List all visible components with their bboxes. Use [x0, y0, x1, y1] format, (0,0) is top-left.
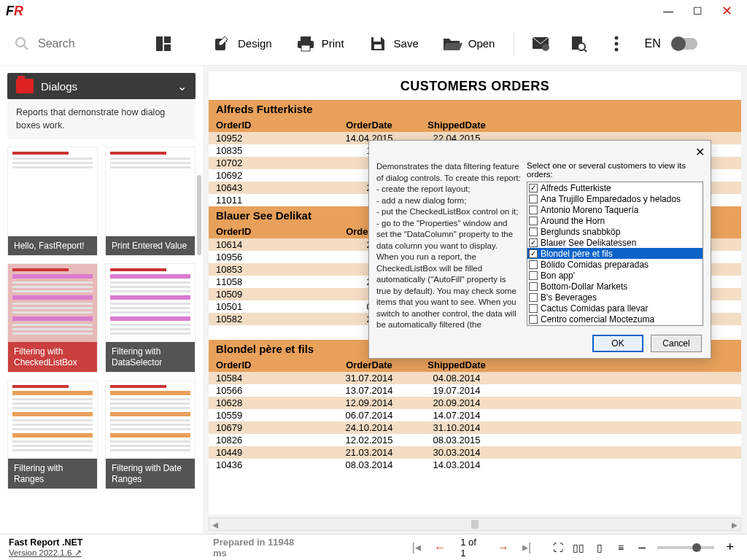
- report-thumbnail[interactable]: Filtering with CheckedListBox: [7, 263, 98, 373]
- checkbox-icon[interactable]: [529, 271, 538, 280]
- theme-switch[interactable]: [671, 38, 697, 50]
- zoom-slider[interactable]: [657, 546, 714, 549]
- svg-rect-6: [301, 36, 311, 41]
- table-row: 1055906.07.201414.07.2014: [209, 409, 741, 421]
- customer-group-header: Alfreds Futterkiste: [209, 100, 741, 118]
- svg-rect-9: [374, 37, 381, 42]
- table-header-row: OrderIDOrderDateShippedDate: [209, 358, 741, 372]
- design-icon: [212, 34, 232, 54]
- checkbox-icon[interactable]: [529, 304, 538, 313]
- status-bar: Fast Report .NET Version 2022.1.6 ↗ Prep…: [0, 534, 747, 560]
- maximize-button[interactable]: ☐: [683, 0, 712, 22]
- checkbox-icon[interactable]: ✓: [529, 249, 538, 258]
- last-page-button[interactable]: ▸|: [519, 540, 534, 556]
- table-row: 1058431.07.201404.08.2014: [209, 372, 741, 384]
- checklist-item[interactable]: Antonio Moreno Taquería: [527, 204, 703, 215]
- checkbox-icon[interactable]: [529, 206, 538, 214]
- thumbnail-label: Print Entered Value: [106, 236, 195, 255]
- app-logo: FR: [6, 4, 23, 19]
- save-icon: [368, 34, 388, 54]
- customer-checklist[interactable]: ✓Alfreds FutterkisteAna Trujillo Empared…: [527, 182, 703, 326]
- checklist-item[interactable]: Berglunds snabbköp: [527, 226, 703, 237]
- checklist-item[interactable]: ✓Blauer See Delikatessen: [527, 237, 703, 248]
- thumbnail-label: Hello, FastReport!: [8, 236, 97, 255]
- design-button[interactable]: Design: [201, 29, 282, 58]
- checklist-item[interactable]: Cactus Comidas para llevar: [527, 303, 703, 314]
- view-one-icon[interactable]: ▯: [594, 541, 606, 554]
- checkbox-icon[interactable]: [529, 293, 538, 302]
- save-button[interactable]: Save: [357, 29, 429, 58]
- search-input[interactable]: [38, 37, 133, 50]
- titlebar: FR — ☐ ✕: [0, 0, 747, 22]
- report-thumbnail[interactable]: Filtering with Ranges: [7, 380, 98, 489]
- checkbox-icon[interactable]: [529, 217, 538, 225]
- language-button[interactable]: EN: [637, 37, 667, 50]
- checklist-item[interactable]: Bon app': [527, 270, 703, 281]
- svg-rect-4: [164, 44, 171, 51]
- cancel-button[interactable]: Cancel: [651, 335, 702, 352]
- sidebar-scrollbar[interactable]: [197, 175, 201, 255]
- open-button[interactable]: Open: [432, 29, 506, 58]
- checklist-item[interactable]: ✓Alfreds Futterkiste: [527, 182, 703, 193]
- checklist-item-label: Centro comercial Moctezuma: [541, 314, 654, 324]
- report-thumbnail[interactable]: Filtering with DataSelector: [105, 263, 196, 373]
- view-list-icon[interactable]: ≡: [615, 541, 627, 554]
- prev-page-button[interactable]: ←: [433, 540, 447, 556]
- checklist-item-label: Bólido Comidas preparadas: [541, 260, 649, 270]
- checklist-item[interactable]: Bólido Comidas preparadas: [527, 259, 703, 270]
- thumbnail-label: Filtering with DataSelector: [106, 342, 195, 372]
- report-thumbnail[interactable]: Filtering with Date Ranges: [105, 380, 196, 489]
- mail-icon[interactable]: [530, 34, 551, 54]
- ok-button[interactable]: OK: [592, 335, 643, 352]
- horizontal-scrollbar[interactable]: ◂▸: [209, 518, 741, 531]
- report-title: CUSTOMERS ORDERS: [209, 79, 741, 94]
- minimize-button[interactable]: —: [654, 0, 683, 22]
- zoom-out-button[interactable]: –: [635, 540, 649, 555]
- version-link[interactable]: Version 2022.1.6 ↗: [9, 548, 82, 557]
- svg-rect-10: [374, 44, 382, 49]
- folder-icon: [16, 79, 34, 93]
- filter-dialog: ✕ Demonstrates the data filtering featur…: [368, 140, 711, 359]
- report-thumbnail[interactable]: Print Entered Value: [105, 147, 196, 256]
- next-page-button[interactable]: →: [495, 540, 510, 556]
- report-thumbnail[interactable]: Hello, FastReport!: [7, 147, 98, 256]
- checkbox-icon[interactable]: [529, 260, 538, 269]
- dialog-close-icon[interactable]: ✕: [695, 145, 705, 159]
- thumbnail-label: Filtering with Ranges: [8, 459, 97, 489]
- checklist-item-label: Around the Horn: [541, 216, 605, 226]
- layout-toggle-icon[interactable]: [153, 34, 174, 54]
- table-row: 1056613.07.201419.07.2014: [209, 384, 741, 397]
- fit-page-icon[interactable]: ⛶: [551, 541, 564, 554]
- checklist-item-label: Ana Trujillo Emparedados y helados: [541, 194, 681, 204]
- view-two-icon[interactable]: ▯▯: [573, 541, 585, 554]
- preview-icon[interactable]: [568, 34, 589, 54]
- open-icon: [442, 34, 462, 54]
- zoom-in-button[interactable]: +: [723, 540, 737, 555]
- chevron-down-icon: ⌄: [177, 79, 187, 93]
- checklist-item[interactable]: Centro comercial Moctezuma: [527, 314, 703, 324]
- checklist-item-label: Bon app': [541, 271, 575, 281]
- first-page-button[interactable]: |◂: [409, 540, 423, 556]
- checkbox-icon[interactable]: [529, 228, 538, 236]
- checkbox-icon[interactable]: ✓: [529, 238, 538, 247]
- print-button[interactable]: Print: [285, 29, 355, 58]
- checklist-item[interactable]: B's Beverages: [527, 292, 703, 303]
- checkbox-icon[interactable]: [529, 282, 538, 291]
- checklist-item-label: Alfreds Futterkiste: [541, 183, 611, 193]
- close-button[interactable]: ✕: [712, 0, 741, 22]
- table-row: 1044921.03.201430.03.2014: [209, 446, 741, 459]
- checklist-item[interactable]: Around the Horn: [527, 215, 703, 226]
- checklist-item[interactable]: ✓Blondel père et fils: [527, 248, 703, 259]
- more-icon[interactable]: [606, 34, 627, 54]
- table-row: 1062812.09.201420.09.2014: [209, 397, 741, 409]
- checklist-item[interactable]: Bottom-Dollar Markets: [527, 281, 703, 292]
- checklist-item[interactable]: Ana Trujillo Emparedados y helados: [527, 193, 703, 204]
- checkbox-icon[interactable]: [529, 195, 538, 203]
- thumbnail-label: Filtering with Date Ranges: [106, 459, 195, 489]
- checkbox-icon[interactable]: [529, 315, 538, 324]
- svg-point-17: [615, 42, 619, 45]
- section-header-dialogs[interactable]: Dialogs ⌄: [7, 73, 196, 99]
- checkbox-icon[interactable]: ✓: [529, 184, 538, 192]
- print-label: Print: [322, 37, 344, 50]
- checklist-item-label: Cactus Comidas para llevar: [541, 303, 648, 314]
